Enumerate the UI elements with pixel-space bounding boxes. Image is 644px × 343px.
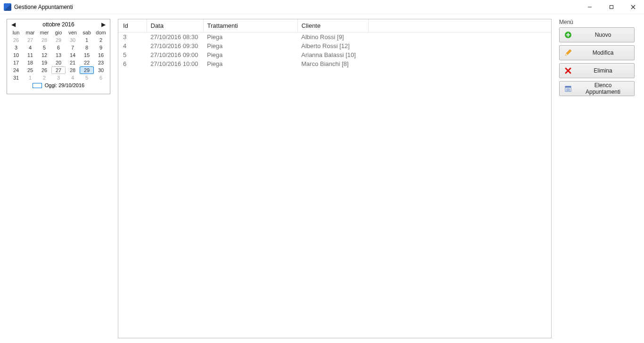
- col-header-cliente[interactable]: Cliente: [297, 19, 368, 33]
- modifica-button[interactable]: Modifica: [559, 45, 635, 60]
- cell-trattamenti: Piega: [203, 41, 297, 50]
- calendar-day[interactable]: 19: [37, 59, 51, 66]
- calendar-day[interactable]: 3: [51, 74, 66, 82]
- appointments-table[interactable]: Id Data Trattamenti Cliente 327/10/2016 …: [118, 19, 551, 68]
- pencil-icon: [564, 49, 572, 57]
- minimize-button[interactable]: [579, 0, 601, 14]
- calendar-day[interactable]: 7: [66, 44, 80, 51]
- calendar-dow: ven: [66, 30, 80, 36]
- calendar-day[interactable]: 31: [9, 74, 23, 82]
- calendar-day[interactable]: 2: [94, 36, 108, 44]
- table-row[interactable]: 427/10/2016 09:30PiegaAlberto Rossi [12]: [118, 41, 551, 50]
- cell-data: 27/10/2016 08:30: [147, 33, 203, 42]
- app-icon: [4, 3, 11, 11]
- calendar-month-label[interactable]: ottobre 2016: [42, 21, 74, 28]
- calendar-day[interactable]: 20: [51, 59, 66, 66]
- calendar-day[interactable]: 16: [94, 51, 108, 59]
- cell-data: 27/10/2016 09:00: [147, 50, 203, 59]
- cell-cliente: Arianna Balassi [10]: [297, 50, 368, 59]
- calendar-dow: gio: [51, 30, 66, 36]
- elenco-appuntamenti-button[interactable]: Elenco Appuntamenti: [559, 81, 635, 96]
- col-header-id[interactable]: Id: [118, 19, 147, 33]
- svg-rect-1: [610, 5, 613, 8]
- col-header-trattamenti[interactable]: Trattamenti: [203, 19, 297, 33]
- cell-id: 4: [118, 41, 147, 50]
- calendar-day[interactable]: 1: [80, 36, 94, 44]
- table-row[interactable]: 627/10/2016 10:00PiegaMarco Bianchi [8]: [118, 59, 551, 68]
- plus-icon: [564, 31, 572, 39]
- calendar-day[interactable]: 26: [37, 66, 51, 74]
- calendar-day[interactable]: 18: [23, 59, 37, 66]
- calendar-day[interactable]: 29: [80, 66, 94, 74]
- calendar-today-indicator: [33, 83, 42, 88]
- calendar-day[interactable]: 8: [80, 44, 94, 51]
- calendar-day[interactable]: 15: [80, 51, 94, 59]
- calendar-day[interactable]: 23: [94, 59, 108, 66]
- table-row[interactable]: 527/10/2016 09:00PiegaArianna Balassi [1…: [118, 50, 551, 59]
- calendar-dow: mer: [37, 30, 51, 36]
- calendar-day[interactable]: 4: [23, 44, 37, 51]
- calendar: ◀ ottobre 2016 ▶ lunmarmergiovensabdom 2…: [7, 19, 110, 94]
- cell-trattamenti: Piega: [203, 59, 297, 68]
- calendar-day[interactable]: 27: [23, 36, 37, 44]
- cell-data: 27/10/2016 10:00: [147, 59, 203, 68]
- col-header-data[interactable]: Data: [147, 19, 203, 33]
- calendar-prev[interactable]: ◀: [10, 21, 17, 28]
- calendar-day[interactable]: 28: [37, 36, 51, 44]
- calendar-day[interactable]: 2: [37, 74, 51, 82]
- calendar-day[interactable]: 10: [9, 51, 23, 59]
- menu-label: Menù: [559, 19, 639, 25]
- calendar-day[interactable]: 13: [51, 51, 66, 59]
- modifica-label: Modifica: [577, 49, 629, 56]
- calendar-day[interactable]: 30: [66, 36, 80, 44]
- cell-blank: [368, 59, 551, 68]
- calendar-day[interactable]: 27: [51, 66, 66, 74]
- calendar-next[interactable]: ▶: [100, 21, 107, 28]
- calendar-day[interactable]: 30: [94, 66, 108, 74]
- calendar-dow: mar: [23, 30, 37, 36]
- calendar-day[interactable]: 3: [9, 44, 23, 51]
- calendar-dow: sab: [80, 30, 94, 36]
- content-area: ◀ ottobre 2016 ▶ lunmarmergiovensabdom 2…: [0, 14, 644, 343]
- cell-data: 27/10/2016 09:30: [147, 41, 203, 50]
- calendar-today-row[interactable]: Oggi: 29/10/2016: [7, 82, 110, 88]
- calendar-day[interactable]: 29: [51, 36, 66, 44]
- table-header-row: Id Data Trattamenti Cliente: [118, 19, 551, 33]
- svg-rect-12: [565, 86, 571, 88]
- calendar-dow-row: lunmarmergiovensabdom: [7, 30, 110, 36]
- table-body: 327/10/2016 08:30PiegaAlbino Rossi [9]42…: [118, 33, 551, 69]
- calendar-day[interactable]: 12: [37, 51, 51, 59]
- calendar-grid: 2627282930123456789101112131415161718192…: [7, 36, 110, 82]
- calendar-day[interactable]: 25: [23, 66, 37, 74]
- titlebar: Gestione Appuntamenti: [0, 0, 644, 14]
- calendar-dow: dom: [94, 30, 108, 36]
- cell-cliente: Albino Rossi [9]: [297, 33, 368, 42]
- close-button[interactable]: [622, 0, 644, 14]
- cell-cliente: Alberto Rossi [12]: [297, 41, 368, 50]
- elimina-button[interactable]: Elimina: [559, 63, 635, 78]
- calendar-day[interactable]: 22: [80, 59, 94, 66]
- calendar-day[interactable]: 5: [37, 44, 51, 51]
- calendar-day[interactable]: 17: [9, 59, 23, 66]
- calendar-day[interactable]: 14: [66, 51, 80, 59]
- calendar-day[interactable]: 11: [23, 51, 37, 59]
- calendar-day[interactable]: 6: [51, 44, 66, 51]
- nuovo-button[interactable]: Nuovo: [559, 27, 635, 42]
- maximize-button[interactable]: [601, 0, 622, 14]
- delete-icon: [564, 67, 572, 74]
- table-row[interactable]: 327/10/2016 08:30PiegaAlbino Rossi [9]: [118, 33, 551, 42]
- calendar-day[interactable]: 28: [66, 66, 80, 74]
- calendar-day[interactable]: 1: [23, 74, 37, 82]
- calendar-day[interactable]: 24: [9, 66, 23, 74]
- col-header-blank: [368, 19, 551, 33]
- calendar-day[interactable]: 5: [80, 74, 94, 82]
- calendar-day[interactable]: 9: [94, 44, 108, 51]
- calendar-day[interactable]: 6: [94, 74, 108, 82]
- window-title: Gestione Appuntamenti: [14, 4, 73, 10]
- calendar-day[interactable]: 4: [66, 74, 80, 82]
- nuovo-label: Nuovo: [577, 32, 629, 38]
- cell-blank: [368, 41, 551, 50]
- calendar-day[interactable]: 26: [9, 36, 23, 44]
- elimina-label: Elimina: [577, 67, 629, 74]
- calendar-day[interactable]: 21: [66, 59, 80, 66]
